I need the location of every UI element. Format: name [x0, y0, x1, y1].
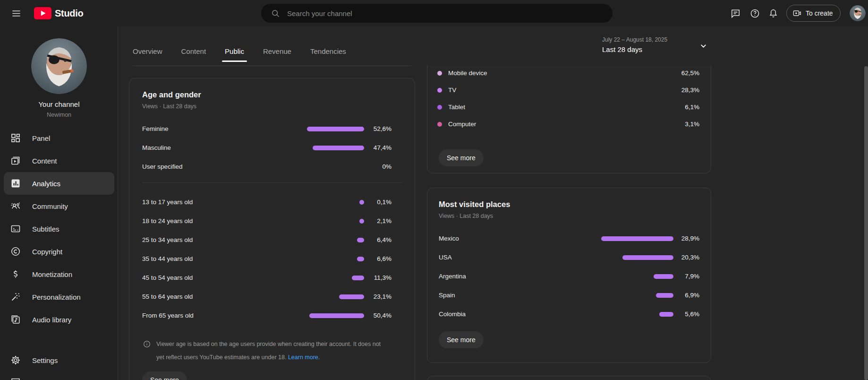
row-label: TV [448, 85, 456, 96]
sidebar-item-cutoff[interactable] [10, 377, 21, 380]
card-title: Most visited places [439, 199, 510, 210]
channel-avatar-image [31, 38, 87, 94]
learn-more-link[interactable]: Learn more. [288, 354, 320, 361]
hamburger-menu-icon [11, 8, 22, 19]
help-icon [749, 8, 760, 19]
next-card-cutoff [427, 376, 711, 380]
bar [357, 238, 364, 242]
gender-row: Masculine47,4% [129, 142, 415, 154]
device-row: TV28,3% [427, 85, 711, 96]
notifications-button[interactable] [764, 4, 783, 23]
row-value: 52,6% [374, 123, 391, 135]
divider [142, 182, 402, 183]
channel-avatar[interactable] [31, 38, 87, 94]
feedback-button[interactable] [726, 4, 745, 23]
row-value: 7,9% [685, 271, 699, 282]
search-input[interactable] [287, 9, 603, 17]
tab-tendencies[interactable]: Tendencies [307, 40, 349, 62]
monetization-icon [10, 268, 21, 280]
bar [352, 276, 364, 280]
row-value: 50,4% [374, 310, 391, 321]
search-icon [271, 9, 281, 18]
legend-dot [437, 88, 442, 93]
date-range-picker[interactable]: July 22 – August 18, 2025 Last 28 days [602, 36, 667, 54]
row-value: 6,6% [377, 253, 391, 265]
row-value: 6,1% [685, 102, 699, 113]
legend-dot [437, 122, 442, 127]
create-button-label: To create [806, 9, 833, 17]
row-value: 6,9% [685, 290, 699, 301]
bar [307, 127, 364, 131]
bar [654, 274, 673, 279]
device-row: Mobile device62,5% [427, 68, 711, 79]
bar [309, 313, 364, 318]
top-bar: Studio To create [0, 0, 868, 26]
sidebar-item-label: Settings [32, 356, 58, 364]
sidebar-item-community[interactable]: Community [4, 195, 114, 217]
search-bar[interactable] [261, 4, 613, 23]
youtube-studio-logo[interactable]: Studio [34, 7, 83, 19]
chevron-down-icon[interactable] [699, 42, 707, 50]
sidebar-item-settings[interactable]: Settings [4, 349, 114, 371]
row-label: User specified [142, 161, 183, 173]
menu-button[interactable] [7, 4, 26, 23]
places-see-more-button[interactable]: See more [439, 331, 484, 348]
devices-see-more-button[interactable]: See more [439, 149, 484, 166]
help-button[interactable] [745, 4, 764, 23]
row-label: Feminine [142, 123, 169, 135]
tab-label: Public [225, 47, 244, 55]
sidebar-item-label: Panel [32, 134, 50, 142]
sidebar-item-audio-library[interactable]: Audio library [4, 308, 114, 331]
sidebar-item-analytics[interactable]: Analytics [4, 172, 114, 195]
tab-label: Overview [133, 47, 162, 55]
analytics-tabs: OverviewContentPublicRevenueTendencies [130, 40, 349, 62]
bar [359, 219, 364, 224]
tab-public[interactable]: Public [222, 40, 247, 62]
row-value: 62,5% [681, 68, 699, 79]
tab-content[interactable]: Content [179, 40, 209, 62]
age-row: 35 to 44 years old6,6% [129, 253, 415, 265]
audio-library-icon [10, 314, 21, 325]
sidebar-item-label: Personalization [32, 293, 81, 301]
place-row: USA20,3% [427, 252, 711, 263]
place-row: Argentina7,9% [427, 271, 711, 282]
sidebar-item-content[interactable]: Content [4, 149, 114, 172]
subtitles-icon [10, 223, 21, 234]
sidebar-item-copyright[interactable]: Copyright [4, 240, 114, 263]
logo-text: Studio [55, 8, 83, 19]
age-row: 18 to 24 years old2,1% [129, 216, 415, 227]
date-range-text: July 22 – August 18, 2025 [602, 36, 667, 43]
sidebar-item-subtitles[interactable]: Subtitles [4, 217, 114, 240]
sidebar-item-panel[interactable]: Panel [4, 127, 114, 149]
age-see-more-button[interactable]: See more [142, 371, 187, 380]
card-title: Age and gender [142, 89, 201, 100]
most-visited-places-card: Most visited places Views · Last 28 days… [427, 188, 711, 363]
row-label: 18 to 24 years old [142, 216, 193, 227]
tab-overview[interactable]: Overview [130, 40, 165, 62]
sidebar-item-label: Audio library [32, 316, 71, 324]
gender-row: Feminine52,6% [129, 123, 415, 135]
sidebar-item-personalization[interactable]: Personalization [4, 285, 114, 308]
card-subtitle: Views · Last 28 days [439, 211, 493, 221]
sidebar-item-label: Monetization [32, 270, 72, 278]
row-value: 20,3% [681, 252, 699, 263]
bar [659, 312, 673, 317]
row-label: Spain [439, 290, 455, 301]
row-label: Mexico [439, 233, 459, 244]
sidebar-item-monetization[interactable]: Monetization [4, 263, 114, 285]
row-value: 28,3% [681, 85, 699, 96]
row-value: 0,1% [377, 197, 391, 208]
to-create-button[interactable]: To create [786, 5, 841, 22]
tab-label: Content [181, 47, 206, 55]
youtube-logo-icon [34, 7, 51, 19]
account-avatar[interactable] [850, 5, 866, 21]
age-row: 45 to 54 years old11,3% [129, 272, 415, 284]
dashboard-icon [10, 132, 21, 144]
personalization-icon [10, 291, 21, 302]
bar [313, 146, 364, 150]
gender-row: User specified0% [129, 161, 415, 173]
row-value: 11,3% [374, 272, 391, 284]
tab-revenue[interactable]: Revenue [260, 40, 294, 62]
scrollbar[interactable] [864, 66, 868, 380]
sidebar-item-label: Copyright [32, 248, 62, 256]
